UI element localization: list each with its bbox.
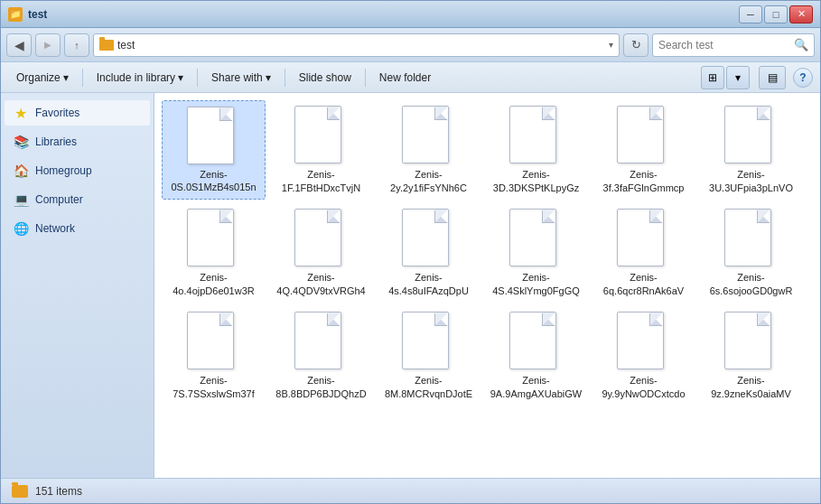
file-icon — [509, 312, 564, 370]
file-item[interactable]: Zenis-6q.6qcr8RnAk6aV — [592, 203, 695, 303]
view-dropdown-button[interactable]: ▾ — [726, 66, 750, 89]
network-label: Network — [35, 222, 75, 235]
search-input[interactable] — [658, 39, 790, 51]
include-library-dropdown-icon: ▾ — [178, 71, 183, 84]
sidebar-item-homegroup[interactable]: 🏠 Homegroup — [5, 158, 150, 183]
file-icon — [402, 106, 456, 164]
sidebar-item-network[interactable]: 🌐 Network — [5, 216, 150, 241]
refresh-button[interactable]: ↻ — [623, 33, 648, 57]
slide-show-button[interactable]: Slide show — [291, 66, 359, 89]
minimize-button[interactable]: ─ — [739, 5, 762, 23]
document-shape — [617, 312, 664, 369]
document-shape — [617, 106, 664, 163]
window-title: test — [28, 8, 739, 21]
include-library-label: Include in library — [97, 71, 175, 84]
file-name: Zenis-4S.4SklYmg0FgGQ — [488, 271, 584, 297]
file-item[interactable]: Zenis-6s.6sojooGD0gwR — [699, 203, 803, 303]
forward-button[interactable]: ▶ — [35, 33, 61, 57]
sidebar-item-computer[interactable]: 💻 Computer — [5, 187, 150, 212]
sidebar-item-libraries[interactable]: 📚 Libraries — [5, 129, 150, 154]
document-shape — [724, 312, 771, 369]
file-item[interactable]: Zenis-7S.7SSxslwSm37f — [162, 306, 266, 406]
file-icon — [187, 107, 241, 164]
sidebar-section-network: 🌐 Network — [5, 216, 150, 241]
file-item[interactable]: Zenis-4o.4ojpD6e01w3R — [162, 203, 266, 303]
file-item[interactable]: Zenis-0S.0S1MzB4s015n — [162, 100, 266, 200]
file-item[interactable]: Zenis-2y.2y1fiFsYNh6C — [377, 100, 480, 200]
file-icon — [509, 209, 564, 267]
file-item[interactable]: Zenis-8B.8BDP6BJDQhzD — [269, 306, 373, 406]
new-folder-button[interactable]: New folder — [371, 66, 439, 89]
sidebar-item-favorites[interactable]: ★ Favorites — [5, 100, 150, 126]
document-shape — [724, 106, 771, 163]
file-item[interactable]: Zenis-8M.8MCRvqnDJotE — [377, 306, 480, 406]
help-icon: ? — [799, 71, 806, 84]
file-icon — [187, 312, 241, 370]
preview-icon: ▤ — [768, 71, 778, 84]
favorites-icon: ★ — [12, 104, 30, 122]
share-with-button[interactable]: Share with ▾ — [203, 66, 279, 89]
document-shape — [187, 107, 234, 164]
breadcrumb-dropdown-icon[interactable]: ▾ — [609, 40, 613, 50]
folder-icon — [99, 40, 114, 51]
file-item[interactable]: Zenis-3U.3UFpia3pLnVO — [699, 100, 803, 200]
file-icon — [294, 209, 349, 267]
file-item[interactable]: Zenis-9y.9yNwODCxtcdo — [592, 306, 695, 406]
file-name: Zenis-3f.3faFGlnGmmcp — [595, 168, 692, 194]
computer-label: Computer — [35, 193, 83, 206]
up-button[interactable]: ↑ — [64, 33, 89, 57]
sidebar-section-computer: 💻 Computer — [5, 187, 150, 212]
file-name: Zenis-6s.6sojooGD0gwR — [703, 271, 799, 297]
view-icon: ⊞ — [708, 71, 717, 84]
share-with-label: Share with — [211, 71, 263, 84]
preview-pane-button[interactable]: ▤ — [759, 66, 786, 89]
file-name: Zenis-8B.8BDP6BJDQhzD — [273, 374, 369, 400]
document-shape — [187, 209, 234, 266]
file-icon — [617, 106, 671, 164]
title-bar-buttons: ─ □ ✕ — [739, 5, 813, 23]
organize-button[interactable]: Organize ▾ — [8, 66, 77, 89]
toolbar-separator-3 — [285, 69, 285, 87]
document-shape — [187, 312, 234, 369]
network-icon: 🌐 — [12, 219, 30, 238]
new-folder-label: New folder — [379, 71, 431, 84]
file-name: Zenis-4Q.4QDV9txVRGh4 — [273, 271, 369, 297]
file-item[interactable]: Zenis-1F.1FBtHDxcTvjN — [269, 100, 373, 200]
file-item[interactable]: Zenis-3D.3DKSPtKLpyGz — [484, 100, 588, 200]
file-icon — [724, 106, 779, 164]
homegroup-icon: 🏠 — [12, 162, 30, 180]
search-icon: 🔍 — [794, 38, 808, 51]
file-icon — [294, 106, 349, 164]
back-button[interactable]: ◀ — [6, 33, 32, 57]
include-library-button[interactable]: Include in library ▾ — [89, 66, 191, 89]
file-name: Zenis-7S.7SSxslwSm37f — [165, 374, 262, 400]
window-icon: 📁 — [8, 7, 23, 22]
view-button[interactable]: ⊞ — [701, 66, 724, 89]
file-name: Zenis-4o.4ojpD6e01w3R — [165, 271, 262, 297]
search-box: 🔍 — [652, 33, 815, 57]
sidebar-section-homegroup: 🏠 Homegroup — [5, 158, 150, 183]
file-item[interactable]: Zenis-9A.9AmgAXUabiGW — [484, 306, 588, 406]
file-item[interactable]: Zenis-4Q.4QDV9txVRGh4 — [269, 203, 373, 303]
file-icon — [617, 312, 671, 370]
file-item[interactable]: Zenis-9z.9zneKs0aiaMV — [699, 306, 803, 406]
title-bar: 📁 test ─ □ ✕ — [1, 1, 820, 28]
sidebar-section-favorites: ★ Favorites — [5, 100, 150, 126]
document-shape — [294, 209, 341, 266]
toolbar-separator-2 — [197, 69, 198, 87]
maximize-button[interactable]: □ — [764, 5, 788, 23]
share-with-dropdown-icon: ▾ — [266, 71, 271, 84]
file-name: Zenis-3U.3UFpia3pLnVO — [703, 168, 799, 194]
file-item[interactable]: Zenis-4s.4s8uIFAzqDpU — [377, 203, 480, 303]
file-item[interactable]: Zenis-4S.4SklYmg0FgGQ — [484, 203, 588, 303]
document-shape — [509, 106, 556, 163]
status-item-count: 151 items — [35, 485, 82, 498]
help-button[interactable]: ? — [793, 68, 813, 88]
file-item[interactable]: Zenis-3f.3faFGlnGmmcp — [592, 100, 695, 200]
toolbar: Organize ▾ Include in library ▾ Share wi… — [1, 62, 820, 93]
document-shape — [509, 312, 556, 369]
close-button[interactable]: ✕ — [789, 5, 813, 23]
file-name: Zenis-3D.3DKSPtKLpyGz — [488, 168, 584, 194]
window: 📁 test ─ □ ✕ ◀ ▶ ↑ test ▾ ↻ 🔍 Organize ▾ — [0, 0, 821, 504]
file-icon — [617, 209, 671, 267]
